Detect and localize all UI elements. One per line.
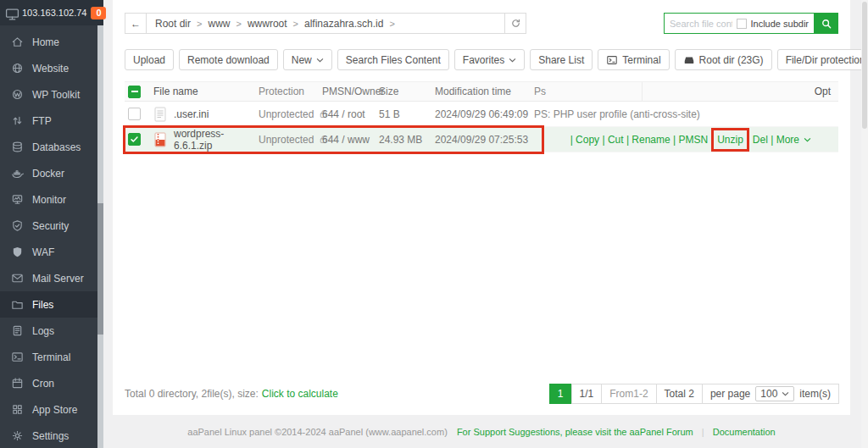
header-pmsn-owner[interactable]: PMSN/Owner bbox=[322, 86, 379, 97]
sidebar-scrollbar-thumb[interactable] bbox=[97, 203, 103, 335]
support-forum-link[interactable]: For Support Suggestions, please visit th… bbox=[457, 427, 693, 437]
ps-note[interactable]: PS: PHP user profile (anti-cross-site) bbox=[534, 108, 838, 120]
sidebar-menu: Home Website WP Toolkit FTP Databases Do… bbox=[0, 25, 103, 448]
globe-icon bbox=[11, 62, 24, 75]
sidebar-item-label: WP Toolkit bbox=[32, 89, 80, 101]
total-summary: Total 0 directory, 2file(s), size: bbox=[125, 388, 259, 400]
documentation-link[interactable]: Documentation bbox=[713, 427, 776, 437]
sidebar: 103.163.102.74 0 Home Website WP Toolkit… bbox=[0, 0, 103, 448]
server-header[interactable]: 103.163.102.74 0 bbox=[0, 0, 103, 25]
new-button[interactable]: New bbox=[283, 49, 332, 70]
folder-icon bbox=[11, 298, 24, 311]
sidebar-item-label: Settings bbox=[32, 430, 69, 442]
bottom-bar: Total 0 directory, 2file(s), size: Click… bbox=[125, 384, 839, 404]
header-modification-time[interactable]: Modification time bbox=[435, 86, 534, 97]
arrow-left-icon: ← bbox=[131, 18, 141, 30]
sidebar-item-cron[interactable]: Cron bbox=[0, 370, 103, 396]
protection-status: Unprotected bbox=[259, 134, 314, 146]
sidebar-item-docker[interactable]: Docker bbox=[0, 160, 103, 186]
button-label: Root dir (23G) bbox=[699, 54, 764, 66]
page-scrollbar[interactable] bbox=[861, 0, 868, 448]
zip-file-icon bbox=[153, 132, 167, 147]
indeterminate-mark bbox=[131, 91, 138, 92]
search-button[interactable] bbox=[815, 13, 838, 34]
page-scrollbar-thumb[interactable] bbox=[862, 2, 867, 129]
remote-download-button[interactable]: Remote download bbox=[179, 49, 278, 70]
root-dir-button[interactable]: Root dir (23G) bbox=[675, 49, 772, 70]
sidebar-scrollbar[interactable] bbox=[97, 25, 103, 448]
sidebar-item-files[interactable]: Files bbox=[0, 291, 103, 318]
sidebar-item-settings[interactable]: Settings bbox=[0, 423, 103, 448]
share-list-button[interactable]: Share List bbox=[530, 49, 593, 70]
header-ps[interactable]: Ps bbox=[534, 82, 643, 101]
per-page-label: per page bbox=[710, 388, 750, 400]
back-button[interactable]: ← bbox=[125, 13, 147, 34]
favorites-button[interactable]: Favorites bbox=[454, 49, 525, 70]
breadcrumb-root-dir[interactable]: Root dir bbox=[155, 18, 191, 30]
page-1-button[interactable]: 1 bbox=[549, 384, 572, 404]
search-input[interactable] bbox=[670, 19, 732, 29]
include-subdir-label: Include subdir bbox=[751, 19, 810, 29]
breadcrumb-separator: > bbox=[389, 19, 394, 29]
upload-button[interactable]: Upload bbox=[125, 49, 174, 70]
copyright-text: aaPanel Linux panel ©2014-2024 aaPanel (… bbox=[187, 427, 448, 437]
sidebar-item-website[interactable]: Website bbox=[0, 55, 103, 81]
refresh-button[interactable] bbox=[504, 13, 526, 34]
breadcrumb[interactable]: Root dir > www > wwwroot > alfinazahra.s… bbox=[146, 13, 505, 34]
sidebar-item-security[interactable]: Security bbox=[0, 213, 103, 239]
sidebar-item-home[interactable]: Home bbox=[0, 29, 103, 55]
sidebar-item-databases[interactable]: Databases bbox=[0, 134, 103, 160]
row-checkbox[interactable] bbox=[128, 133, 141, 146]
sidebar-item-wp-toolkit[interactable]: WP Toolkit bbox=[0, 81, 103, 108]
terminal-button[interactable]: Terminal bbox=[598, 49, 669, 70]
file-table: File name Protection PMSN/Owner Size Mod… bbox=[125, 81, 838, 152]
refresh-icon bbox=[510, 18, 521, 29]
header-file-name[interactable]: File name bbox=[153, 86, 198, 97]
sidebar-item-monitor[interactable]: Monitor bbox=[0, 186, 103, 213]
sidebar-item-label: Files bbox=[32, 299, 53, 311]
sidebar-item-waf[interactable]: WAF bbox=[0, 239, 103, 265]
row-checkbox[interactable] bbox=[128, 108, 141, 120]
breadcrumb-separator: > bbox=[197, 19, 202, 29]
per-page-value: 100 bbox=[760, 388, 777, 400]
pagination: 1 1/1 From1-2 Total 2 per page 100 item(… bbox=[549, 384, 839, 404]
button-label: File/Dir protection bbox=[786, 54, 865, 66]
sidebar-item-ftp[interactable]: FTP bbox=[0, 108, 103, 134]
pmsn-owner: 644 / root bbox=[322, 108, 379, 120]
per-page-box: per page 100 item(s) bbox=[702, 384, 839, 404]
header-size[interactable]: Size bbox=[379, 86, 435, 97]
sidebar-item-app-store[interactable]: App Store bbox=[0, 396, 103, 423]
del-more-links[interactable]: Del | More bbox=[753, 134, 799, 146]
sidebar-item-label: Monitor bbox=[32, 194, 66, 206]
breadcrumb-wwwroot[interactable]: wwwroot bbox=[248, 18, 287, 30]
header-protection[interactable]: Protection bbox=[259, 86, 304, 97]
disk-icon bbox=[683, 54, 695, 66]
chevron-down-icon bbox=[316, 58, 324, 63]
calculate-size-link[interactable]: Click to calculate bbox=[262, 388, 338, 400]
sidebar-item-mail-server[interactable]: Mail Server bbox=[0, 265, 103, 291]
select-all-checkbox[interactable] bbox=[128, 86, 141, 98]
file-dir-protection-button[interactable]: File/Dir protection bbox=[777, 49, 868, 70]
table-row[interactable]: .user.ini Unprotected 644 / root 51 B 20… bbox=[125, 102, 838, 127]
notification-badge[interactable]: 0 bbox=[91, 7, 106, 19]
text-file-icon bbox=[153, 107, 167, 122]
include-subdir-checkbox[interactable] bbox=[737, 19, 747, 29]
search-files-content-button[interactable]: Search Files Content bbox=[337, 49, 449, 70]
breadcrumb-site-folder[interactable]: alfinazahra.sch.id bbox=[304, 18, 383, 30]
file-name[interactable]: .user.ini bbox=[174, 108, 209, 120]
database-icon bbox=[11, 141, 24, 153]
file-name[interactable]: wordpress-6.6.1.zip bbox=[174, 128, 259, 152]
items-label: item(s) bbox=[799, 388, 831, 400]
copy-cut-rename-pmsn-links[interactable]: | Copy | Cut | Rename | PMSN bbox=[570, 134, 709, 146]
sidebar-item-logs[interactable]: Logs bbox=[0, 318, 103, 344]
path-bar: ← Root dir > www > wwwroot > alfinazahra… bbox=[125, 13, 838, 34]
sidebar-item-terminal[interactable]: Terminal bbox=[0, 344, 103, 370]
per-page-select[interactable]: 100 bbox=[755, 386, 794, 401]
search-icon bbox=[821, 18, 832, 30]
breadcrumb-www[interactable]: www bbox=[208, 18, 230, 30]
page-footer: aaPanel Linux panel ©2014-2024 aaPanel (… bbox=[113, 427, 850, 437]
table-row[interactable]: wordpress-6.6.1.zip Unprotected 644 / ww… bbox=[125, 127, 838, 152]
unzip-link[interactable]: Unzip bbox=[711, 128, 749, 152]
sidebar-item-label: Security bbox=[32, 220, 69, 232]
page-ratio: 1/1 bbox=[571, 384, 603, 404]
